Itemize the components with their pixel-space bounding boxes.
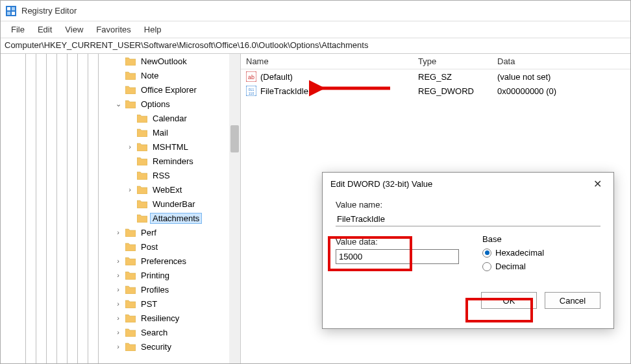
tree-scrollbar[interactable] bbox=[229, 54, 240, 363]
value-data: (value not set) bbox=[492, 72, 630, 82]
folder-icon bbox=[125, 228, 136, 237]
folder-icon bbox=[125, 242, 136, 251]
radio-hex-label: Hexadecimal bbox=[495, 248, 544, 258]
tree-item-label: Calendar bbox=[150, 113, 190, 124]
address-bar[interactable]: Computer\HKEY_CURRENT_USER\Software\Micr… bbox=[1, 38, 630, 54]
tree-item-wunderbar[interactable]: WunderBar bbox=[16, 197, 240, 211]
scrollbar-thumb[interactable] bbox=[230, 125, 239, 152]
radio-dec-label: Decimal bbox=[495, 261, 526, 271]
ok-button[interactable]: OK bbox=[481, 292, 537, 309]
menu-view[interactable]: View bbox=[58, 23, 90, 36]
folder-icon bbox=[125, 313, 136, 322]
list-row[interactable]: 011110FileTrackIdleREG_DWORD0x00000000 (… bbox=[241, 84, 630, 98]
tree-item-label: Mail bbox=[150, 127, 171, 138]
tree-item-label: Reminders bbox=[150, 156, 196, 167]
expander-icon[interactable]: › bbox=[114, 314, 123, 322]
radio-hex[interactable]: Hexadecimal bbox=[482, 248, 544, 258]
expander-icon[interactable]: › bbox=[125, 186, 134, 193]
folder-icon bbox=[137, 185, 147, 194]
tree-item-label: RSS bbox=[150, 170, 173, 181]
expander-icon[interactable]: › bbox=[114, 228, 123, 236]
tree-item-profiles[interactable]: ›Profiles bbox=[16, 282, 240, 297]
tree-item-reminders[interactable]: Reminders bbox=[16, 154, 240, 168]
tree-item-perf[interactable]: ›Perf bbox=[16, 225, 240, 239]
expander-icon[interactable]: › bbox=[114, 328, 123, 336]
tree-item-label: WunderBar bbox=[150, 199, 198, 210]
folder-icon bbox=[125, 99, 136, 108]
folder-icon bbox=[125, 71, 136, 80]
tree-item-mshtml[interactable]: ›MSHTML bbox=[16, 140, 240, 154]
tree-item-rss[interactable]: RSS bbox=[16, 168, 240, 182]
folder-icon bbox=[137, 114, 147, 123]
folder-icon bbox=[137, 199, 147, 208]
expander-icon[interactable]: › bbox=[114, 257, 123, 265]
folder-icon bbox=[137, 128, 147, 137]
tree-item-label: MSHTML bbox=[150, 141, 191, 152]
tree-item-label: Printing bbox=[138, 270, 172, 281]
value-type: REG_SZ bbox=[413, 72, 492, 82]
tree-item-options[interactable]: ⌄Options bbox=[16, 97, 240, 111]
tree-pane: NewOutlookNoteOffice Explorer⌄OptionsCal… bbox=[1, 54, 241, 363]
tree-item-webext[interactable]: ›WebExt bbox=[16, 182, 240, 197]
tree-item-resiliency[interactable]: ›Resiliency bbox=[16, 311, 240, 325]
tree-item-security[interactable]: ›Security bbox=[16, 339, 240, 354]
folder-icon bbox=[125, 342, 136, 351]
radio-hex-indicator bbox=[482, 249, 491, 258]
value-name: FileTrackIdle bbox=[260, 86, 308, 96]
expander-icon[interactable]: ⌄ bbox=[114, 100, 123, 108]
tree-item-printing[interactable]: ›Printing bbox=[16, 268, 240, 282]
expander-icon[interactable]: › bbox=[114, 271, 123, 279]
folder-icon bbox=[137, 171, 147, 180]
edit-dword-dialog: Edit DWORD (32-bit) Value ✕ Value name: … bbox=[322, 172, 614, 329]
tree-item-label: Office Explorer bbox=[138, 84, 199, 95]
tree-item-label: Perf bbox=[138, 227, 159, 238]
tree-item-newoutlook[interactable]: NewOutlook bbox=[16, 54, 240, 68]
menu-edit[interactable]: Edit bbox=[31, 23, 58, 36]
window-title: Registry Editor bbox=[21, 6, 77, 16]
svg-rect-3 bbox=[7, 12, 10, 15]
tree-item-label: Note bbox=[138, 70, 161, 81]
close-icon[interactable]: ✕ bbox=[589, 176, 606, 191]
tree-item-office-explorer[interactable]: Office Explorer bbox=[16, 82, 240, 97]
folder-icon bbox=[125, 85, 136, 94]
radio-dec-indicator bbox=[482, 262, 491, 271]
binary-value-icon: 011110 bbox=[246, 86, 256, 96]
menu-file[interactable]: File bbox=[5, 23, 31, 36]
list-row[interactable]: ab(Default)REG_SZ(value not set) bbox=[241, 69, 630, 84]
tree-item-label: Attachments bbox=[150, 213, 202, 224]
tree-item-label: Preferences bbox=[138, 256, 189, 267]
value-data-input[interactable] bbox=[336, 249, 459, 264]
folder-icon bbox=[125, 328, 136, 337]
svg-rect-1 bbox=[7, 7, 10, 10]
regedit-icon bbox=[6, 6, 16, 16]
folder-icon bbox=[125, 285, 136, 294]
tree-item-pst[interactable]: ›PST bbox=[16, 297, 240, 311]
list-header: Name Type Data bbox=[241, 54, 630, 69]
value-name-label: Value name: bbox=[336, 200, 600, 210]
dialog-titlebar[interactable]: Edit DWORD (32-bit) Value ✕ bbox=[323, 173, 613, 195]
header-type[interactable]: Type bbox=[413, 56, 492, 66]
tree-item-post[interactable]: Post bbox=[16, 239, 240, 254]
expander-icon[interactable]: › bbox=[114, 285, 123, 293]
folder-icon bbox=[137, 213, 147, 223]
tree-item-attachments[interactable]: Attachments bbox=[16, 211, 240, 225]
value-type: REG_DWORD bbox=[413, 86, 492, 96]
radio-dec[interactable]: Decimal bbox=[482, 261, 544, 271]
expander-icon[interactable]: › bbox=[125, 143, 134, 151]
value-name-input[interactable] bbox=[336, 212, 600, 226]
tree-item-note[interactable]: Note bbox=[16, 68, 240, 82]
folder-icon bbox=[125, 256, 136, 265]
tree-item-search[interactable]: ›Search bbox=[16, 325, 240, 339]
expander-icon[interactable]: › bbox=[114, 343, 123, 350]
menu-help[interactable]: Help bbox=[138, 23, 168, 36]
tree-item-mail[interactable]: Mail bbox=[16, 125, 240, 140]
svg-text:110: 110 bbox=[249, 91, 254, 95]
expander-icon[interactable]: › bbox=[114, 300, 123, 308]
header-name[interactable]: Name bbox=[241, 56, 413, 66]
tree-item-calendar[interactable]: Calendar bbox=[16, 111, 240, 125]
menu-favorites[interactable]: Favorites bbox=[90, 23, 137, 36]
header-data[interactable]: Data bbox=[492, 56, 630, 66]
tree-item-preferences[interactable]: ›Preferences bbox=[16, 254, 240, 268]
cancel-button[interactable]: Cancel bbox=[545, 292, 600, 309]
folder-icon bbox=[125, 271, 136, 280]
